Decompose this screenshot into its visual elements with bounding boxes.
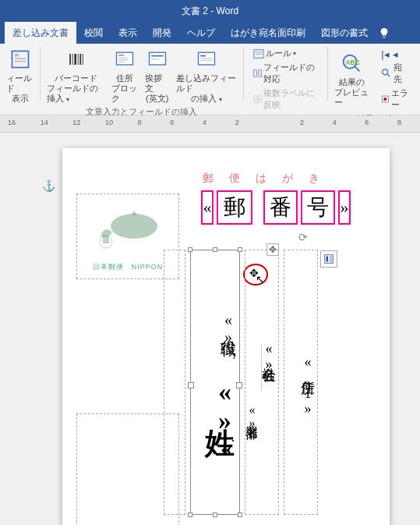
layout-options-button[interactable] — [320, 250, 337, 268]
merge-field-address: «住所_1» — [284, 354, 317, 417]
merge-field-department: «部署名» — [243, 341, 259, 430]
address-block-button[interactable]: 住所 ブロック — [108, 45, 142, 106]
match-fields-button[interactable]: フィールドの対応 — [250, 61, 322, 86]
svg-rect-23 — [255, 51, 262, 52]
svg-rect-11 — [119, 55, 125, 56]
dolphin-icon — [89, 201, 167, 257]
svg-rect-40 — [326, 257, 329, 262]
svg-rect-19 — [200, 55, 206, 57]
tab-tell-me[interactable] — [376, 23, 393, 43]
preview-results-button[interactable]: ABC 結果の プレビュー — [331, 49, 372, 110]
svg-rect-30 — [258, 100, 261, 103]
svg-rect-9 — [82, 54, 83, 65]
tab-developer[interactable]: 開発 — [145, 22, 179, 44]
postal-code-cell[interactable]: 号 — [301, 190, 335, 225]
address-block-icon — [112, 47, 137, 72]
textbox-address[interactable]: «住所_1» — [284, 250, 318, 515]
chevron-down-icon: ▾ — [293, 50, 296, 57]
svg-rect-5 — [72, 54, 72, 65]
kana-char: 郵 — [203, 172, 214, 186]
record-nav: |◂ ◂ — [378, 45, 414, 60]
first-record-icon[interactable]: |◂ — [381, 48, 389, 60]
postal-code-cell[interactable]: 郵 — [217, 190, 252, 225]
svg-rect-26 — [259, 70, 262, 76]
search-icon — [381, 68, 392, 79]
svg-rect-1 — [15, 54, 19, 57]
tab-mailings[interactable]: 差し込み文書 — [5, 22, 76, 44]
check-errors-button[interactable]: エラー — [378, 87, 414, 112]
kana-char: き — [309, 172, 319, 186]
stamp-caption: 日本郵便 NIPPON — [93, 262, 164, 272]
svg-rect-10 — [117, 52, 133, 65]
rules-button[interactable]: ルール ▾ — [250, 47, 322, 60]
lightbulb-icon — [379, 27, 390, 38]
barcode-icon — [64, 47, 89, 72]
ribbon-group-highlight: ィールド 表示 — [0, 44, 40, 115]
postal-code-cell[interactable]: 番 — [263, 190, 298, 225]
svg-rect-38 — [103, 236, 109, 243]
svg-rect-24 — [255, 54, 262, 55]
tab-help[interactable]: ヘルプ — [179, 22, 223, 44]
ruler-tick: 6 — [365, 119, 369, 126]
tab-review[interactable]: 校閲 — [76, 22, 111, 44]
ruler-tick: 4 — [333, 119, 337, 126]
tab-hagaki[interactable]: はがき宛名面印刷 — [223, 22, 313, 44]
layout-options-icon — [323, 254, 334, 264]
kana-char: 便 — [229, 172, 240, 186]
ribbon: ィールド 表示 バーコード フィールドの挿入 ▾ 住所 ブロック — [0, 44, 420, 115]
insert-merge-field-button[interactable]: 差し込みフィールド の挿入 ▾ — [173, 45, 240, 106]
barcode-field-button[interactable]: バーコード フィールドの挿入 ▾ — [44, 45, 108, 106]
ribbon-group-options: ルール ▾ フィールドの対応 複数ラベルに反映 — [244, 44, 328, 115]
document-area[interactable]: ⚓ 郵便はがき «郵番号» ⟳ 日本郵便 NIPPON ✥ — [0, 133, 420, 525]
kana-char: が — [282, 172, 293, 186]
textbox-role-surname[interactable]: «役職» ↓ « 姓 » ・ « — [190, 250, 240, 515]
postal-code-cell[interactable]: « — [201, 190, 214, 225]
ribbon-group-preview: ABC 結果の プレビュー |◂ ◂ 宛先 エラー 結果の — [328, 44, 420, 115]
greeting-icon — [145, 47, 170, 72]
ribbon-tabs: 差し込み文書 校閲 表示 開発 ヘルプ はがき宛名面印刷 図形の書式 — [0, 22, 420, 44]
svg-rect-14 — [119, 62, 126, 62]
update-labels-button: 複数ラベルに反映 — [250, 87, 322, 112]
find-recipient-button[interactable]: 宛先 — [378, 61, 414, 86]
doc-title: 文書 2 - Word — [182, 5, 238, 18]
rotate-handle-icon[interactable]: ⟳ — [298, 231, 308, 243]
svg-rect-25 — [253, 70, 256, 76]
ruler-tick: 10 — [105, 119, 113, 126]
textbox-spacer[interactable] — [164, 250, 185, 515]
svg-rect-12 — [119, 57, 129, 58]
kana-char: は — [256, 172, 266, 186]
match-fields-icon — [253, 68, 262, 79]
textbox-company-dept[interactable]: «会社名» «部署名» — [245, 250, 279, 515]
svg-rect-21 — [200, 60, 213, 61]
svg-rect-2 — [15, 58, 26, 59]
svg-rect-7 — [77, 54, 78, 65]
svg-text:ABC: ABC — [346, 59, 360, 66]
ribbon-group-write-insert: バーコード フィールドの挿入 ▾ 住所 ブロック 挨拶文 (英文) — [41, 44, 243, 115]
tab-shape-format[interactable]: 図形の書式 — [313, 22, 376, 44]
greeting-line-button[interactable]: 挨拶文 (英文) — [142, 45, 173, 106]
highlight-merge-fields-button[interactable]: ィールド 表示 — [3, 45, 37, 106]
postal-code-row[interactable]: «郵番号» — [201, 190, 351, 225]
svg-rect-29 — [253, 100, 256, 103]
anchor-icon: ⚓ — [42, 179, 55, 192]
error-check-icon — [381, 94, 390, 105]
svg-rect-4 — [69, 54, 71, 65]
prev-record-icon[interactable]: ◂ — [393, 48, 398, 60]
title-bar: 文書 2 - Word — [0, 0, 420, 22]
svg-point-33 — [383, 69, 388, 75]
insert-merge-field-icon — [194, 47, 219, 72]
update-labels-icon — [253, 94, 262, 105]
svg-rect-13 — [119, 59, 129, 60]
svg-rect-6 — [74, 54, 76, 65]
highlight-fields-icon — [8, 47, 33, 72]
ruler-tick: 8 — [397, 119, 401, 126]
preview-results-icon: ABC — [339, 51, 364, 76]
tab-view[interactable]: 表示 — [111, 22, 145, 44]
svg-point-35 — [384, 98, 387, 101]
svg-rect-20 — [200, 58, 213, 59]
page: 郵便はがき «郵番号» ⟳ 日本郵便 NIPPON ✥ — [62, 148, 390, 525]
rules-icon — [253, 48, 264, 59]
horizontal-ruler[interactable]: 1614121086422468 — [0, 115, 420, 133]
ruler-tick: 2 — [300, 119, 304, 126]
postal-code-cell[interactable]: » — [338, 190, 351, 225]
